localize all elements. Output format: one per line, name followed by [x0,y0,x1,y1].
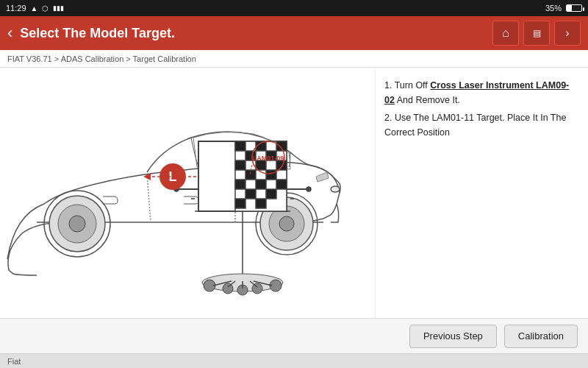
footer-brand: Fiat [7,357,21,366]
svg-point-4 [279,216,294,231]
home-button[interactable]: ⌂ [492,21,519,46]
battery-percent: 35% [545,4,562,13]
home-icon: ⌂ [502,26,509,40]
svg-point-42 [252,283,262,294]
svg-point-41 [223,283,233,294]
footer: Fiat [0,353,588,368]
wifi-icon: ▲ [31,4,38,13]
battery-fill [567,5,572,11]
diagram-svg: L LAM01-09 [0,68,375,318]
breadcrumb: FIAT V36.71 > ADAS Calibration > Target … [0,50,588,68]
previous-step-button[interactable]: Previous Step [409,325,497,348]
breadcrumb-text: FIAT V36.71 > ADAS Calibration > Target … [7,54,196,63]
status-bar: 11:29 ▲ ⬡ ▮▮▮ 35% [0,0,588,16]
forward-button[interactable]: › [554,21,581,46]
svg-rect-31 [266,189,276,199]
svg-rect-25 [245,170,256,180]
forward-icon: › [565,26,569,40]
doc-icon: ▤ [533,28,541,38]
doc-button[interactable]: ▤ [523,21,550,46]
battery-icon [566,4,582,12]
svg-rect-33 [256,199,266,208]
svg-rect-22 [235,160,245,170]
svg-rect-32 [235,199,245,208]
svg-rect-16 [235,141,245,151]
header-icons: ⌂ ▤ › [492,21,581,46]
main-content: L LAM01-09 1. Turn Off Cross Laser Instr… [0,68,588,318]
svg-rect-26 [266,170,276,180]
svg-rect-18 [276,141,287,151]
svg-text:LAM01-09: LAM01-09 [253,155,284,162]
svg-point-8 [69,216,85,232]
bottom-bar: Previous Step Calibration [0,318,588,353]
diagram-area: L LAM01-09 [0,68,375,318]
step1-text: 1. Turn Off Cross Laser Instrument LAM09… [384,78,579,107]
status-left: 11:29 ▲ ⬡ ▮▮▮ [6,4,64,13]
svg-rect-30 [245,189,256,199]
svg-point-37 [306,187,311,191]
calibration-button[interactable]: Calibration [504,325,578,348]
signal-icon: ▮▮▮ [53,4,64,12]
time-display: 11:29 [6,4,26,13]
back-button[interactable]: ‹ [7,25,12,41]
svg-rect-28 [256,180,266,189]
step1-suffix: And Remove It. [395,95,460,105]
page-title: Select The Model Target. [20,26,485,41]
svg-rect-27 [235,180,245,189]
bluetooth-icon: ⬡ [42,4,49,13]
status-right: 35% [545,4,582,13]
svg-rect-29 [276,180,287,189]
instructions-area: 1. Turn Off Cross Laser Instrument LAM09… [375,68,588,318]
step2-text: 2. Use The LAM01-11 Target. Place It In … [384,110,579,140]
svg-point-0 [331,186,340,192]
header: ‹ Select The Model Target. ⌂ ▤ › [0,16,588,50]
step1-prefix: 1. Turn Off [384,80,430,91]
